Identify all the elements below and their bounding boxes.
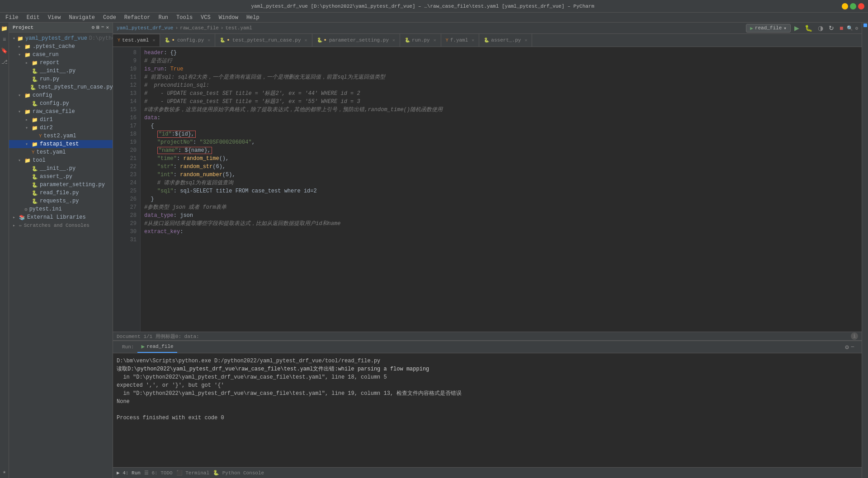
settings-icon[interactable]: ⚙ (845, 343, 849, 351)
sidebar-title: Project (13, 25, 33, 30)
menu-view[interactable]: View (44, 14, 65, 22)
tree-item-param-setting[interactable]: ▸ 🐍 parameter_setting.py (9, 181, 113, 189)
tree-item-requests-py[interactable]: ▸ 🐍 requests_.py (9, 197, 113, 205)
minimize-button[interactable] (842, 3, 848, 9)
tree-label: assert_.py (40, 173, 72, 180)
bottom-run-settings: ⚙ − (845, 343, 858, 351)
sidebar-collapse-icon[interactable]: − (101, 24, 104, 30)
code-text[interactable]: header: {} # 是否运行 is_run: True # 前置sql: … (141, 47, 862, 332)
todo-tool-tab[interactable]: ☰ 6: TODO (144, 470, 173, 476)
tab-test-pytest[interactable]: 🐍 ● test_pytest_run_case.py ✕ (215, 34, 312, 47)
minimize-panel-icon[interactable]: − (851, 343, 854, 351)
tab-close-icon[interactable]: ✕ (152, 37, 155, 43)
menu-code[interactable]: Code (99, 14, 120, 22)
tab-parameter[interactable]: 🐍 ● parameter_setting.py ✕ (312, 34, 400, 47)
search-icon[interactable]: 🔍 (847, 25, 853, 31)
tree-item-fastapi-test[interactable]: ▾ 📁 fastapi_test (9, 140, 113, 148)
tree-item-root[interactable]: ▾ 📁 yaml_pytest_drf_vue D:\python2022 (9, 34, 113, 42)
tree-item-dir2[interactable]: ▾ 📁 dir2 (9, 124, 113, 132)
tab-test-yaml[interactable]: Y test.yaml ✕ (113, 34, 160, 47)
menu-file[interactable]: File (2, 14, 22, 22)
tree-item-tool-init[interactable]: ▸ 🐍 __init__.py (9, 164, 113, 173)
tab-close-icon[interactable]: ✕ (524, 37, 527, 43)
tab-close-icon[interactable]: ✕ (472, 37, 474, 43)
py-tab-icon: 🐍 (165, 37, 170, 43)
favorites-icon[interactable]: ★ (2, 468, 7, 476)
tree-item-test2-yaml[interactable]: ▸ Y test2.yaml (9, 132, 113, 140)
menu-vcs[interactable]: VCS (197, 14, 214, 22)
terminal-tab[interactable]: ⬛ Terminal (176, 470, 209, 476)
tab-close-icon[interactable]: ✕ (305, 37, 307, 43)
yaml-tab-icon: Y (118, 38, 120, 43)
tab-f-yaml[interactable]: Y f.yaml ✕ (441, 34, 480, 47)
folder-icon: 📁 (32, 117, 38, 123)
menu-bar: File Edit View Navigate Code Refactor Ru… (0, 13, 868, 23)
tree-item-read-file[interactable]: ▸ 🐍 read_file.py (9, 189, 113, 197)
tree-item-tool[interactable]: ▾ 📁 tool (9, 156, 113, 164)
tree-item-report[interactable]: ▸ 📁 report (9, 59, 113, 67)
editor-statusline: Document 1/1 用例标题0: data: i (113, 332, 862, 341)
debug-button[interactable]: 🐛 (803, 23, 814, 33)
breadcrumb-bar: yaml_pytest_drf_vue › raw_case_file › te… (113, 23, 862, 34)
tree-item-pytest-cache[interactable]: ▸ 📁 .pytest_cache (9, 42, 113, 51)
menu-run[interactable]: Run (155, 14, 172, 22)
tree-label: raw_case_file (33, 108, 75, 115)
scroll-indicator-error (863, 23, 867, 27)
dropdown-arrow: ▾ (783, 25, 787, 31)
maximize-button[interactable] (850, 3, 856, 9)
tree-label: pytest.ini (29, 206, 62, 212)
tree-item-config[interactable]: ▾ 📁 config (9, 91, 113, 99)
tree-item-run-py[interactable]: ▸ 🐍 run.py (9, 75, 113, 83)
sidebar-close-icon[interactable]: ✕ (106, 24, 109, 30)
tree-item-test-run-case[interactable]: ▸ 🐍 test_pytest_run_case.py (9, 83, 113, 91)
run-output-line: Process finished with exit code 0 (117, 414, 858, 422)
python-console-tab[interactable]: 🐍 Python Console (213, 470, 264, 476)
run-tab-active[interactable]: ▶ read_file (137, 341, 177, 353)
menu-refactor[interactable]: Refactor (121, 14, 154, 22)
run-tool-tab[interactable]: ▶ 4: Run (117, 470, 141, 476)
vcs-icon[interactable]: ⎇ (0, 58, 9, 66)
tree-item-raw-case[interactable]: ▾ 📁 raw_case_file (9, 108, 113, 116)
menu-window[interactable]: Window (215, 14, 242, 22)
run-button[interactable]: ▶ (793, 23, 801, 33)
tree-item-pytest-ini[interactable]: ▸ ⚙ pytest.ini (9, 205, 113, 213)
tab-run-py[interactable]: 🐍 run.py ✕ (400, 34, 441, 47)
tree-item-dir1[interactable]: ▸ 📁 dir1 (9, 116, 113, 124)
menu-tools[interactable]: Tools (173, 14, 196, 22)
settings-icon[interactable]: ⚙ (855, 25, 858, 31)
tree-item-test-yaml[interactable]: ▸ Y test.yaml (9, 148, 113, 156)
run-configuration[interactable]: ▶ read_file ▾ (746, 24, 791, 33)
menu-navigate[interactable]: Navigate (65, 14, 99, 22)
tab-assert-py[interactable]: 🐍 assert_.py ✕ (479, 34, 532, 47)
menu-help[interactable]: Help (243, 14, 263, 22)
coverage-button[interactable]: ◑ (816, 23, 825, 33)
breadcrumb-project: yaml_pytest_drf_vue (117, 25, 173, 31)
tree-item-assert-py[interactable]: ▸ 🐍 assert_.py (9, 173, 113, 181)
tab-close-icon[interactable]: ✕ (434, 37, 436, 43)
structure-icon[interactable]: ≡ (2, 36, 7, 44)
reload-button[interactable]: ↻ (827, 23, 836, 33)
project-icon[interactable]: 📁 (0, 24, 9, 33)
tree-label: test.yaml (37, 149, 66, 155)
stop-button[interactable]: ■ (838, 23, 845, 33)
tree-item-config-py[interactable]: ▸ 🐍 config.py (9, 99, 113, 108)
sidebar-expand-icon[interactable]: ⊞ (96, 24, 99, 30)
tab-close-icon[interactable]: ✕ (392, 37, 395, 43)
menu-edit[interactable]: Edit (23, 14, 43, 22)
tab-config-py[interactable]: 🐍 ● config.py ✕ (160, 34, 215, 47)
tree-item-case-run[interactable]: ▾ 📁 case_run (9, 51, 113, 59)
sidebar-settings-icon[interactable]: ⚙ (92, 24, 95, 30)
py-icon: 🐍 (32, 101, 38, 107)
tab-close-icon[interactable]: ✕ (208, 37, 210, 43)
info-circle[interactable]: i (851, 333, 858, 340)
bookmarks-icon[interactable]: 🔖 (0, 47, 9, 55)
folder-icon: 📁 (24, 109, 31, 115)
modified-dot: ● (172, 38, 174, 42)
close-button[interactable] (858, 3, 864, 9)
py-icon: 🐍 (32, 76, 38, 82)
tree-label: report (40, 60, 59, 66)
tree-item-init-py[interactable]: ▸ 🐍 __init__.py (9, 67, 113, 75)
tree-label: __init__.py (40, 68, 75, 74)
tree-item-external-libs[interactable]: ▸ 📚 External Libraries (9, 213, 113, 221)
scratches-and-consoles[interactable]: ▸ ✏ Scratches and Consoles (9, 221, 113, 229)
